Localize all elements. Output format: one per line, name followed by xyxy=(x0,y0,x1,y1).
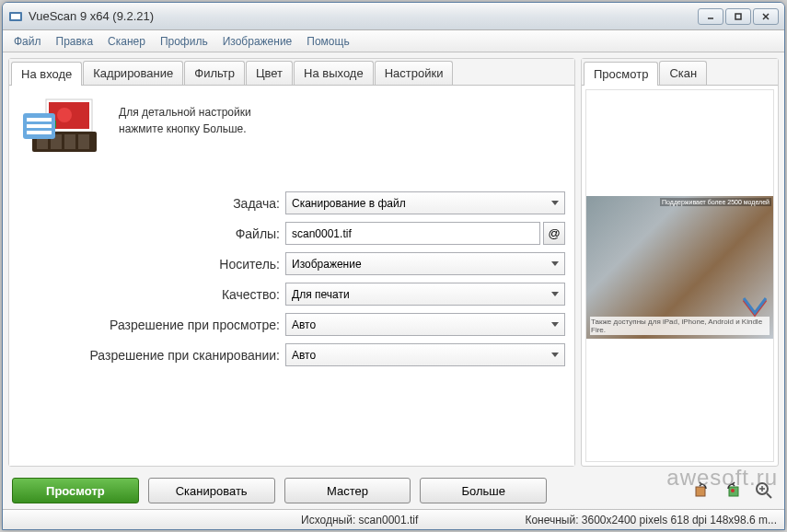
menu-image[interactable]: Изображение xyxy=(215,32,300,51)
more-button[interactable]: Больше xyxy=(420,478,547,503)
rotate-left-icon[interactable] xyxy=(690,480,712,502)
row-scan-res: Разрешение при сканировании: Авто xyxy=(18,343,565,366)
preview-panel: Просмотр Скан Поддерживает более 2500 мо… xyxy=(581,58,779,467)
scan-button[interactable]: Сканировать xyxy=(148,478,275,503)
tab-input[interactable]: На входе xyxy=(11,62,82,86)
action-bar: Просмотр Сканировать Мастер Больше xyxy=(3,472,784,509)
preview-image: Поддерживает более 2500 моделей Также до… xyxy=(586,196,773,339)
intro-block: Для детальной настройки нажмите кнопку Б… xyxy=(18,95,565,164)
svg-point-21 xyxy=(731,489,735,492)
preview-area[interactable]: Поддерживает более 2500 моделей Также до… xyxy=(585,89,774,462)
settings-tabs: На входе Кадрирование Фильтр Цвет На вых… xyxy=(9,59,574,86)
settings-panel: На входе Кадрирование Фильтр Цвет На вых… xyxy=(8,58,575,467)
preview-tabs: Просмотр Скан xyxy=(582,59,778,86)
svg-rect-18 xyxy=(27,131,52,134)
status-source: Исходный: scan0001.tif xyxy=(10,514,525,526)
svg-rect-14 xyxy=(78,134,89,149)
at-button[interactable]: @ xyxy=(543,222,565,245)
tab-prefs[interactable]: Настройки xyxy=(375,61,454,85)
label-scan-res: Разрешение при сканировании: xyxy=(18,348,285,363)
chevron-down-icon xyxy=(551,322,559,327)
tab-color[interactable]: Цвет xyxy=(246,61,293,85)
select-task[interactable]: Сканирование в файл xyxy=(285,191,565,214)
chevron-down-icon xyxy=(551,292,559,296)
chevron-down-icon xyxy=(551,261,559,266)
intro-line2: нажмите кнопку Больше. xyxy=(119,121,251,137)
label-files: Файлы: xyxy=(18,226,285,241)
svg-rect-3 xyxy=(735,14,741,19)
label-quality: Качество: xyxy=(18,287,285,302)
svg-rect-17 xyxy=(27,124,52,128)
intro-line1: Для детальной настройки xyxy=(119,104,251,121)
row-media: Носитель: Изображение xyxy=(18,252,565,275)
zoom-icon[interactable] xyxy=(753,480,775,502)
rotate-right-icon[interactable] xyxy=(722,480,744,502)
chevron-down-icon xyxy=(551,201,559,205)
wizard-button[interactable]: Мастер xyxy=(284,478,411,503)
tab-scan[interactable]: Скан xyxy=(659,61,707,85)
menubar: Файл Правка Сканер Профиль Изображение П… xyxy=(3,30,784,52)
maximize-button[interactable] xyxy=(725,8,751,25)
intro-icon xyxy=(18,95,106,164)
select-media[interactable]: Изображение xyxy=(285,252,565,275)
row-task: Задача: Сканирование в файл xyxy=(18,191,565,214)
select-preview-res[interactable]: Авто xyxy=(285,313,565,336)
app-window: VueScan 9 x64 (9.2.21) Файл Правка Скане… xyxy=(2,2,785,530)
tab-filter[interactable]: Фильтр xyxy=(184,61,245,85)
vuescan-logo-icon xyxy=(740,296,770,318)
tab-output[interactable]: На выходе xyxy=(294,61,374,85)
menu-scanner[interactable]: Сканер xyxy=(100,32,153,51)
menu-help[interactable]: Помощь xyxy=(299,32,356,51)
tab-crop[interactable]: Кадрирование xyxy=(83,61,183,85)
row-files: Файлы: scan0001.tif @ xyxy=(18,222,565,245)
label-media: Носитель: xyxy=(18,257,285,272)
content-area: На входе Кадрирование Фильтр Цвет На вых… xyxy=(3,52,784,472)
input-files[interactable]: scan0001.tif xyxy=(285,222,540,245)
tab-preview[interactable]: Просмотр xyxy=(584,62,658,86)
label-task: Задача: xyxy=(18,196,285,211)
minimize-button[interactable] xyxy=(698,8,723,25)
titlebar: VueScan 9 x64 (9.2.21) xyxy=(3,3,784,30)
intro-text: Для детальной настройки нажмите кнопку Б… xyxy=(119,95,251,137)
menu-profile[interactable]: Профиль xyxy=(153,32,215,51)
statusbar: Исходный: scan0001.tif Конечный: 3600x24… xyxy=(3,509,784,529)
window-title: VueScan 9 x64 (9.2.21) xyxy=(29,9,698,23)
svg-rect-19 xyxy=(696,487,705,496)
select-scan-res[interactable]: Авто xyxy=(285,343,565,366)
menu-edit[interactable]: Правка xyxy=(49,32,101,51)
preview-caption: Также доступны для iPad, iPhone, Android… xyxy=(590,317,770,335)
preview-top-caption: Поддерживает более 2500 моделей xyxy=(660,198,771,206)
svg-rect-16 xyxy=(27,118,52,121)
svg-point-8 xyxy=(57,108,72,122)
status-output: Конечный: 3600x2400 pixels 618 dpi 148x9… xyxy=(525,514,777,526)
label-preview-res: Разрешение при просмотре: xyxy=(18,318,285,332)
close-button[interactable] xyxy=(753,8,779,25)
input-tab-content: Для детальной настройки нажмите кнопку Б… xyxy=(9,86,574,466)
svg-line-23 xyxy=(767,493,771,498)
menu-file[interactable]: Файл xyxy=(6,32,49,51)
select-quality[interactable]: Для печати xyxy=(285,283,565,306)
preview-button[interactable]: Просмотр xyxy=(12,478,139,503)
app-icon xyxy=(8,9,23,24)
svg-rect-1 xyxy=(11,14,20,19)
window-controls xyxy=(698,8,779,25)
row-quality: Качество: Для печати xyxy=(18,283,565,306)
row-preview-res: Разрешение при просмотре: Авто xyxy=(18,313,565,336)
svg-rect-13 xyxy=(64,134,75,149)
chevron-down-icon xyxy=(551,353,559,357)
